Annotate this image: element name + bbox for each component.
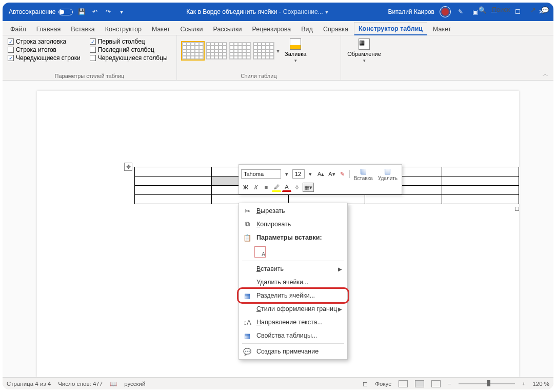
tab-design[interactable]: Конструктор xyxy=(101,23,146,35)
avatar[interactable] xyxy=(440,6,451,17)
borders-label: Обрамление xyxy=(347,51,381,57)
font-dropdown-icon[interactable]: ▾ xyxy=(282,169,291,179)
tab-table-design[interactable]: Конструктор таблиц xyxy=(354,22,427,35)
focus-icon[interactable]: ◻ xyxy=(363,380,368,387)
chevron-down-icon[interactable]: ▾ xyxy=(325,8,328,15)
autosave-toggle[interactable]: Автосохранение xyxy=(9,8,73,15)
ctx-split-cells[interactable]: ▦Разделить ячейки... xyxy=(239,289,347,302)
ctx-border-styles[interactable]: Стили оформления границ▶ xyxy=(239,302,347,316)
format-painter-icon[interactable]: ✎ xyxy=(338,169,347,179)
chk-first-col[interactable]: ✓Первый столбец xyxy=(90,37,168,46)
ctx-cut[interactable]: ✂Вырезать xyxy=(239,204,347,218)
ctx-text-direction[interactable]: ↕AНаправление текста... xyxy=(239,316,347,329)
paste-keep-text-icon[interactable]: A xyxy=(254,246,266,258)
chk-header-row[interactable]: ✓Строка заголовка xyxy=(8,37,81,46)
italic-button[interactable]: К xyxy=(251,183,261,192)
chk-banded-cols[interactable]: Чередующиеся столбцы xyxy=(90,54,168,62)
shading-mini-icon[interactable]: ◊ xyxy=(292,183,302,192)
zoom-value[interactable]: 120 % xyxy=(532,381,549,387)
tab-view[interactable]: Вид xyxy=(296,23,317,35)
collapse-ribbon-icon[interactable]: ︿ xyxy=(543,70,548,78)
zoom-slider[interactable] xyxy=(459,383,515,384)
print-layout-icon[interactable] xyxy=(415,380,424,387)
user-name[interactable]: Виталий Каиров xyxy=(388,8,434,15)
shading-button[interactable]: Заливка ▾ xyxy=(282,37,309,64)
status-words[interactable]: Число слов: 477 xyxy=(58,381,103,387)
ctx-delete-cells[interactable]: Удалить ячейки... xyxy=(239,276,347,289)
zoom-out-button[interactable]: − xyxy=(448,381,451,387)
table-styles-gallery[interactable]: ▾ Заливка ▾ xyxy=(182,37,335,64)
highlight-icon[interactable]: 🖉 xyxy=(272,183,281,192)
web-layout-icon[interactable] xyxy=(431,380,441,387)
mini-toolbar: Tahoma ▾ 12 ▾ A▴ A▾ ✎ ▦ Вставка ▦ Удалит… xyxy=(239,164,402,194)
borders-button[interactable]: ▦ Обрамление ▾ xyxy=(346,37,382,64)
table-style-thumb[interactable] xyxy=(206,42,227,60)
chk-banded-rows[interactable]: ✓Чередующиеся строки xyxy=(8,54,81,62)
status-language[interactable]: русский xyxy=(124,381,145,387)
zoom-in-button[interactable]: + xyxy=(522,381,526,387)
table-resize-handle[interactable] xyxy=(515,207,519,211)
spellcheck-icon[interactable]: 📖 xyxy=(110,380,117,387)
tab-mailings[interactable]: Рассылки xyxy=(208,23,246,35)
split-cells-icon: ▦ xyxy=(243,291,251,300)
tab-home[interactable]: Главная xyxy=(32,23,66,35)
redo-icon[interactable]: ↷ xyxy=(104,7,113,16)
chk-total-row[interactable]: Строка итогов xyxy=(8,46,81,54)
ctx-paste-options-label: 📋Параметры вставки: xyxy=(239,231,347,244)
size-dropdown-icon[interactable]: ▾ xyxy=(306,169,315,179)
tab-file[interactable]: Файл xyxy=(6,23,31,35)
shading-label: Заливка xyxy=(285,51,306,57)
group-label-options: Параметры стилей таблиц xyxy=(8,72,171,79)
read-mode-icon[interactable] xyxy=(399,380,408,387)
borders-mini-icon[interactable]: ▦▾ xyxy=(303,183,314,192)
ribbon-display-icon[interactable]: ▣ xyxy=(470,7,480,16)
share-icon[interactable]: ↗ xyxy=(530,6,536,14)
bold-button[interactable]: Ж xyxy=(241,183,250,192)
search-icon[interactable]: 🔍 xyxy=(479,6,487,14)
table-style-thumb[interactable] xyxy=(253,42,274,60)
delete-button[interactable]: ▦ Удалить xyxy=(376,167,400,181)
scissors-icon: ✂ xyxy=(243,207,251,215)
tab-help[interactable]: Справка xyxy=(319,23,353,35)
status-focus[interactable]: Фокус xyxy=(375,381,391,387)
ctx-new-comment[interactable]: 💬Создать примечание xyxy=(239,345,347,358)
status-bar: Страница 4 из 4 Число слов: 477 📖 русски… xyxy=(3,377,553,389)
ctx-insert[interactable]: Вставить▶ xyxy=(239,262,347,276)
tab-review[interactable]: Рецензирова xyxy=(248,23,296,35)
chk-label: Чередующиеся строки xyxy=(16,54,81,62)
text-direction-icon: ↕A xyxy=(243,318,251,326)
chk-label: Последний столбец xyxy=(98,46,154,53)
shrink-font-icon[interactable]: A▾ xyxy=(327,169,336,179)
save-icon[interactable]: 💾 xyxy=(77,7,86,16)
align-icon[interactable]: ≡ xyxy=(262,183,271,192)
bucket-icon xyxy=(290,38,301,50)
chk-label: Чередующиеся столбцы xyxy=(98,54,168,62)
grow-font-icon[interactable]: A▴ xyxy=(316,169,326,179)
size-selector[interactable]: 12 xyxy=(292,169,305,179)
tab-references[interactable]: Ссылки xyxy=(175,23,207,35)
ctx-table-properties[interactable]: ▦Свойства таблицы... xyxy=(239,329,347,342)
ctx-copy[interactable]: ⧉Копировать xyxy=(239,218,347,231)
dropdown-icon[interactable]: ▾ xyxy=(117,7,126,16)
chk-label: Первый столбец xyxy=(98,38,145,45)
table-move-handle[interactable]: ✥ xyxy=(124,163,132,171)
table-style-thumb[interactable] xyxy=(229,42,251,60)
submenu-arrow-icon: ▶ xyxy=(338,266,342,272)
font-color-icon[interactable]: A xyxy=(282,183,291,192)
table-style-thumb[interactable] xyxy=(182,42,204,60)
ribbon-tabs: Файл Главная Вставка Конструктор Макет С… xyxy=(3,21,553,35)
ctx-paste-option[interactable]: A xyxy=(239,244,347,260)
font-selector[interactable]: Tahoma xyxy=(241,169,281,179)
tab-insert[interactable]: Вставка xyxy=(66,23,99,35)
undo-icon[interactable]: ↶ xyxy=(90,7,100,16)
status-page[interactable]: Страница 4 из 4 xyxy=(7,381,51,387)
comments-icon[interactable]: 💬 xyxy=(541,6,549,14)
toggle-off-icon[interactable] xyxy=(58,9,73,15)
tab-layout[interactable]: Макет xyxy=(147,23,174,35)
insert-button[interactable]: ▦ Вставка xyxy=(352,167,375,181)
search-label[interactable]: Поиск xyxy=(492,6,510,13)
pen-icon[interactable]: ✎ xyxy=(456,7,465,16)
tab-table-layout[interactable]: Макет xyxy=(428,23,455,35)
styles-more-icon[interactable]: ▾ xyxy=(276,47,280,54)
chk-last-col[interactable]: Последний столбец xyxy=(90,46,168,54)
